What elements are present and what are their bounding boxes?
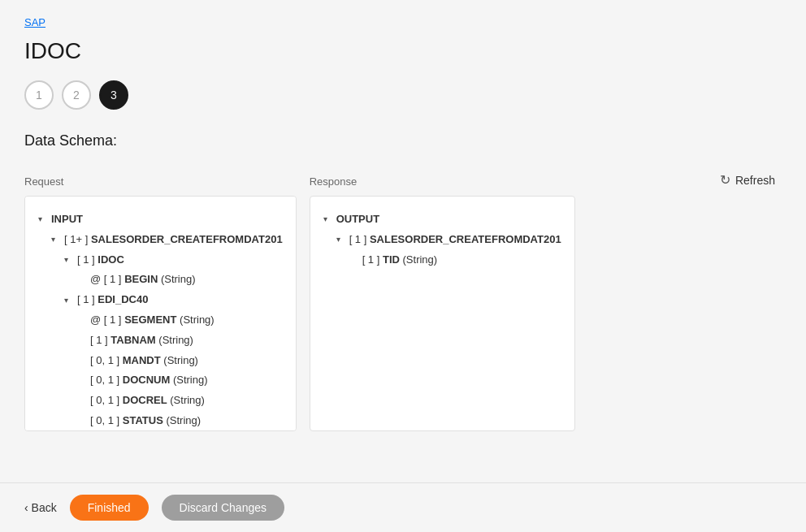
list-item: [ 1 ] SALESORDER_CREATEFROMDAT201 [323,230,561,250]
chevron-icon [336,233,348,246]
chevron-icon [51,233,63,246]
request-tree: INPUT [ 1+ ] SALESORDER_CREATEFROMDAT201… [38,210,283,431]
schema-area: ↻ Refresh Request INPUT [ 1+ ] SALESORDE… [24,175,782,431]
response-tree: OUTPUT [ 1 ] SALESORDER_CREATEFROMDAT201… [323,210,561,270]
list-item: @ [ 1 ] BEGIN (String) [38,270,283,290]
list-item: [ 0, 1 ] DOCREL (String) [38,391,283,411]
response-panel: Response OUTPUT [ 1 ] SALESORDER_CREATEF… [310,175,575,431]
steps-container: 1 2 3 [24,80,782,110]
list-item: [ 0, 1 ] STATUS (String) [38,411,283,431]
request-panel: Request INPUT [ 1+ ] SALESORDER_CREATEFR… [24,175,297,431]
list-item: OUTPUT [323,210,561,230]
main-content: SAP IDOC 1 2 3 Data Schema: ↻ Refresh Re… [0,0,806,482]
refresh-button[interactable]: ↻ Refresh [713,169,782,191]
list-item: [ 0, 1 ] MANDT (String) [38,351,283,371]
finished-button[interactable]: Finished [70,495,149,521]
panels-row: Request INPUT [ 1+ ] SALESORDER_CREATEFR… [24,175,782,431]
list-item: [ 1 ] TID (String) [323,250,561,270]
refresh-icon: ↻ [720,172,730,188]
back-button[interactable]: ‹ Back [24,501,57,514]
list-item: [ 1 ] TABNAM (String) [38,331,283,351]
step-1[interactable]: 1 [24,80,54,110]
list-item: INPUT [38,210,283,230]
chevron-icon [38,213,50,226]
data-schema-label: Data Schema: [24,132,782,149]
list-item: [ 1+ ] SALESORDER_CREATEFROMDAT201 [38,230,283,250]
list-item: [ 1 ] IDOC [38,250,283,270]
request-panel-body[interactable]: INPUT [ 1+ ] SALESORDER_CREATEFROMDAT201… [24,196,297,431]
chevron-icon [64,253,76,266]
list-item: [ 0, 1 ] DOCNUM (String) [38,370,283,391]
footer: ‹ Back Finished Discard Changes [0,482,806,532]
chevron-icon [323,213,335,226]
response-label: Response [310,175,575,188]
response-panel-body[interactable]: OUTPUT [ 1 ] SALESORDER_CREATEFROMDAT201… [310,196,575,431]
list-item: [ 1 ] EDI_DC40 [38,290,283,310]
step-3[interactable]: 3 [99,80,128,110]
step-2[interactable]: 2 [62,80,91,110]
list-item: @ [ 1 ] SEGMENT (String) [38,310,283,331]
discard-changes-button[interactable]: Discard Changes [162,495,284,521]
request-label: Request [24,175,297,188]
breadcrumb[interactable]: SAP [24,16,782,28]
page-title: IDOC [24,38,782,64]
chevron-icon [64,294,76,307]
